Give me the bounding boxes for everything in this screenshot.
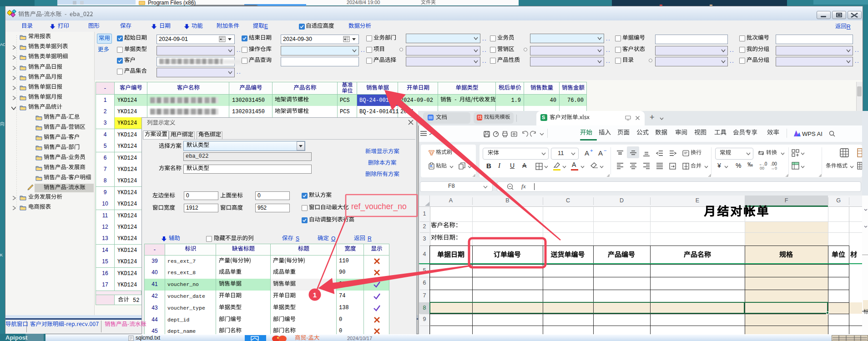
svg-text:1: 1	[313, 291, 317, 299]
svg-text:ref_voucher_no: ref_voucher_no	[351, 202, 407, 211]
